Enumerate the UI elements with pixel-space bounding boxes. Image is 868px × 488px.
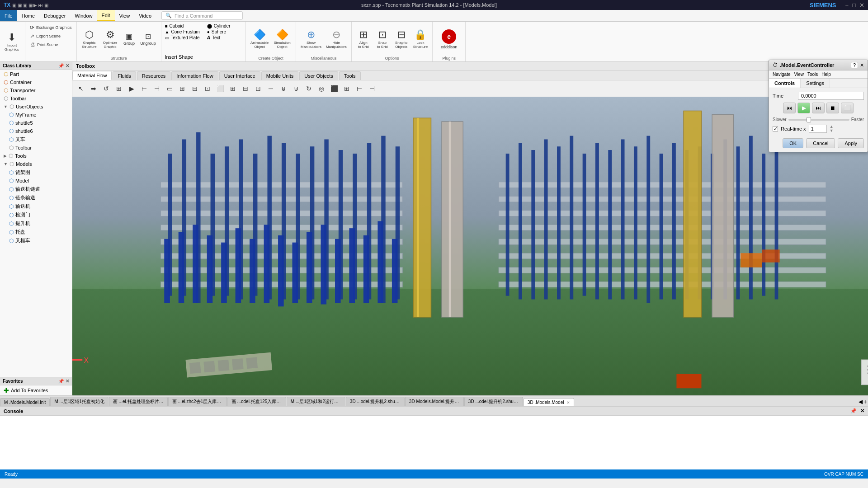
tool-split[interactable]: ⊍ bbox=[290, 83, 302, 94]
tree-gate[interactable]: ⬡ 检测门 bbox=[0, 211, 72, 219]
tree-conveyor-chain[interactable]: ⬡ 输送机链道 bbox=[0, 185, 72, 193]
fav-close-icon[interactable]: ✕ bbox=[66, 379, 69, 384]
tool-jump[interactable]: ⊣ bbox=[151, 83, 163, 94]
ec-speed-slider[interactable] bbox=[788, 119, 849, 121]
fav-pin-icon[interactable]: 📌 bbox=[58, 379, 64, 384]
btab-3d-shuttle11[interactable]: 3D ...odel.提升机2.shuttle11 bbox=[346, 397, 405, 406]
tab-fluids[interactable]: Fluids bbox=[113, 71, 136, 80]
ec-slider-handle[interactable] bbox=[807, 117, 811, 122]
tab-material-flow[interactable]: Material Flow bbox=[72, 71, 112, 80]
tool-crane[interactable]: ⊢ bbox=[354, 83, 365, 94]
graphic-structure-btn[interactable]: ⬡ GraphicStructure bbox=[80, 29, 99, 50]
btab-region12[interactable]: M ...层1区域1和2运行程序 bbox=[287, 397, 345, 406]
btab-add[interactable]: + bbox=[863, 398, 867, 405]
ec-tab-settings[interactable]: Settings bbox=[801, 79, 830, 88]
tab-mobile-units[interactable]: Mobile Units bbox=[261, 71, 299, 80]
maximize-btn[interactable]: □ bbox=[852, 2, 856, 9]
ec-menu-navigate[interactable]: Navigate bbox=[773, 72, 790, 77]
edddison-btn[interactable]: e edddison bbox=[435, 28, 462, 50]
text-btn[interactable]: A Text bbox=[207, 35, 242, 40]
menu-home[interactable]: Home bbox=[17, 10, 39, 21]
tool-robot[interactable]: ⊣ bbox=[366, 83, 378, 94]
btab-3d-lift-shuttle[interactable]: 3D ...odel.提升机2.shuttle11 bbox=[464, 397, 523, 406]
tree-myframe[interactable]: ⬡ MyFrame bbox=[0, 111, 72, 119]
ec-down-arrow[interactable]: ▼ bbox=[830, 129, 834, 133]
menu-video[interactable]: Video bbox=[134, 10, 156, 21]
align-to-grid-btn[interactable]: ⊞ Alignto Grid bbox=[354, 29, 373, 50]
tab-resources[interactable]: Resources bbox=[137, 71, 171, 80]
tool-shelf[interactable]: ⊡ bbox=[202, 83, 213, 94]
btab-prev[interactable]: ◀ bbox=[859, 399, 863, 405]
tab-user-objects[interactable]: User Objects bbox=[299, 71, 338, 80]
pin-icon[interactable]: 📌 bbox=[58, 63, 64, 68]
tool-play[interactable]: ▶ bbox=[126, 83, 137, 94]
tree-forklift[interactable]: ⬡ 叉框车 bbox=[0, 236, 72, 245]
ec-play-btn[interactable]: ▶ bbox=[797, 103, 810, 113]
tool-merge[interactable]: ⊎ bbox=[278, 83, 289, 94]
import-graphics-btn[interactable]: ⬇ ImportGraphics bbox=[3, 32, 21, 52]
tree-pallet[interactable]: ⬡ 托盘 bbox=[0, 228, 72, 236]
console-close[interactable]: ✕ bbox=[860, 408, 864, 414]
tool-cycle[interactable]: ↻ bbox=[303, 83, 315, 94]
cuboid-btn[interactable]: ■ Cuboid bbox=[165, 23, 200, 28]
tree-userobjects[interactable]: ▼ ⬡ UserObjects bbox=[0, 103, 72, 111]
find-command-box[interactable]: 🔍 Find a Command bbox=[161, 11, 243, 20]
ec-menu-help[interactable]: Help bbox=[821, 72, 831, 77]
tree-toolbar2[interactable]: ⬡ Toolbar bbox=[0, 144, 72, 152]
hide-manipulators-btn[interactable]: ⊖ HideManipulators bbox=[324, 29, 349, 50]
ec-apply-btn[interactable]: Apply bbox=[838, 138, 864, 148]
close-btn[interactable]: ✕ bbox=[859, 2, 864, 9]
ec-time-input[interactable] bbox=[798, 92, 864, 100]
ec-forward-btn[interactable]: ⏭ bbox=[812, 103, 825, 113]
menu-window[interactable]: Window bbox=[70, 10, 97, 21]
tree-shuttle6[interactable]: ⬡ shuttle6 bbox=[0, 127, 72, 135]
tree-part[interactable]: ⬡ Part bbox=[0, 70, 72, 78]
cone-frustum-btn[interactable]: ▲ Cone Frustum bbox=[165, 29, 200, 34]
btab-zhc2[interactable]: 画 ...el.zhc2去1层入库路径 bbox=[168, 397, 227, 406]
menu-debugger[interactable]: Debugger bbox=[39, 10, 70, 21]
btab-pallet125[interactable]: 画 ...odel.托盘125入库路径 bbox=[227, 397, 286, 406]
btab-pallet-init[interactable]: M ...层1区域1托盘初始化 bbox=[50, 397, 108, 406]
tool-conveyor3[interactable]: ⊡ bbox=[252, 83, 264, 94]
tool-move[interactable]: ➡ bbox=[88, 83, 99, 94]
animatable-object-btn[interactable]: 🔷 AnimatableObject bbox=[249, 29, 270, 50]
tree-model[interactable]: ⬡ Model bbox=[0, 177, 72, 185]
btab-3d-model-lift[interactable]: 3D Models.Model.提升机2 bbox=[405, 397, 464, 406]
simulation-object-btn[interactable]: 🔶 SimulationObject bbox=[271, 29, 293, 50]
tree-chain-transport[interactable]: ⬡ 链条输送 bbox=[0, 193, 72, 202]
lock-structure-btn[interactable]: 🔒 LockStructure bbox=[411, 29, 429, 50]
tool-conveyor1[interactable]: ⊞ bbox=[227, 83, 239, 94]
tree-toolbar1[interactable]: ⬡ Toolbar bbox=[0, 94, 72, 103]
tool-rack[interactable]: ⊞ bbox=[176, 83, 188, 94]
tree-models[interactable]: ▼ ⬡ Models bbox=[0, 160, 72, 168]
tool-scale[interactable]: ⊞ bbox=[113, 83, 125, 94]
menu-edit[interactable]: Edit bbox=[97, 10, 115, 21]
ec-ok-btn[interactable]: OK bbox=[783, 138, 803, 148]
tree-tools[interactable]: ▶ ⬡ Tools bbox=[0, 152, 72, 160]
tool-box[interactable]: ⬛ bbox=[328, 83, 340, 94]
ec-realtime-checkbox[interactable]: ✓ bbox=[773, 126, 778, 131]
ec-rewind-btn[interactable]: ⏮ bbox=[783, 103, 796, 113]
add-favorites-btn[interactable]: ✚ Add To Favorites bbox=[0, 385, 72, 395]
btab-close-icon[interactable]: ✕ bbox=[566, 400, 570, 405]
ec-stop-btn[interactable]: ⏹ bbox=[826, 103, 839, 113]
ec-cancel-btn[interactable]: Cancel bbox=[806, 138, 835, 148]
tool-storage[interactable]: ⬜ bbox=[214, 83, 226, 94]
ungroup-btn[interactable]: ⊡ Ungroup bbox=[138, 32, 158, 47]
tree-elevator[interactable]: ⬡ 提升机 bbox=[0, 219, 72, 228]
tree-transporter[interactable]: ⬡ Transporter bbox=[0, 86, 72, 94]
btab-model-init[interactable]: M .Models.Model.Init bbox=[0, 398, 50, 406]
btab-pallet-region[interactable]: 画 ...el.托盘处理坐标片区2 bbox=[109, 397, 168, 406]
snap-to-objects-btn[interactable]: ⊟ Snap toObjects bbox=[392, 29, 410, 50]
tree-conveyor[interactable]: ⬡ 输送机 bbox=[0, 202, 72, 211]
minimize-btn[interactable]: − bbox=[845, 2, 849, 9]
optimize-graphic-btn[interactable]: ⚙ OptimizeGraphic bbox=[100, 29, 120, 50]
console-pin[interactable]: 📌 bbox=[850, 408, 857, 414]
tree-rack-img[interactable]: ⬡ 货架图 bbox=[0, 168, 72, 177]
tool-line[interactable]: ─ bbox=[265, 83, 277, 94]
show-manipulators-btn[interactable]: ⊕ ShowManipulators bbox=[299, 29, 323, 50]
exchange-graphics-btn[interactable]: ⟳ Exchange Graphics bbox=[28, 23, 74, 32]
tool-step[interactable]: ⊢ bbox=[138, 83, 150, 94]
cl-close-icon[interactable]: ✕ bbox=[66, 63, 69, 68]
textured-plate-btn[interactable]: ▭ Textured Plate bbox=[165, 35, 200, 40]
